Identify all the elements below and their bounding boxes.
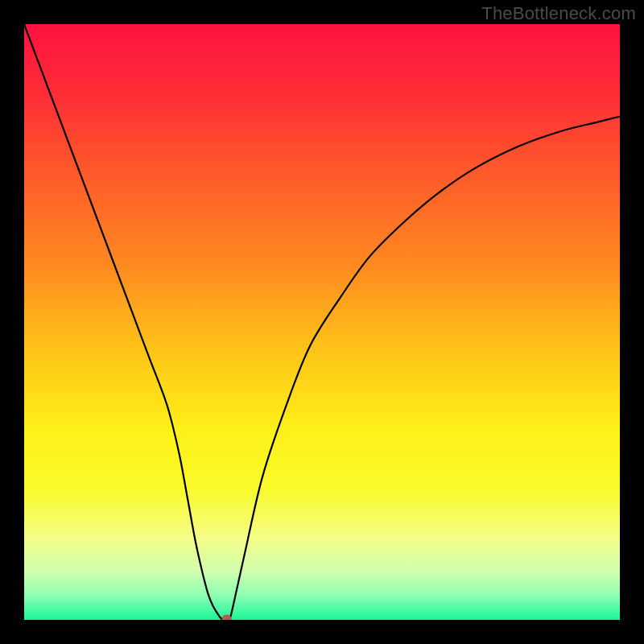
chart-frame: TheBottleneck.com: [0, 0, 644, 644]
bottleneck-chart: [24, 24, 620, 620]
plot-background: [24, 24, 620, 620]
watermark-text: TheBottleneck.com: [481, 3, 636, 24]
